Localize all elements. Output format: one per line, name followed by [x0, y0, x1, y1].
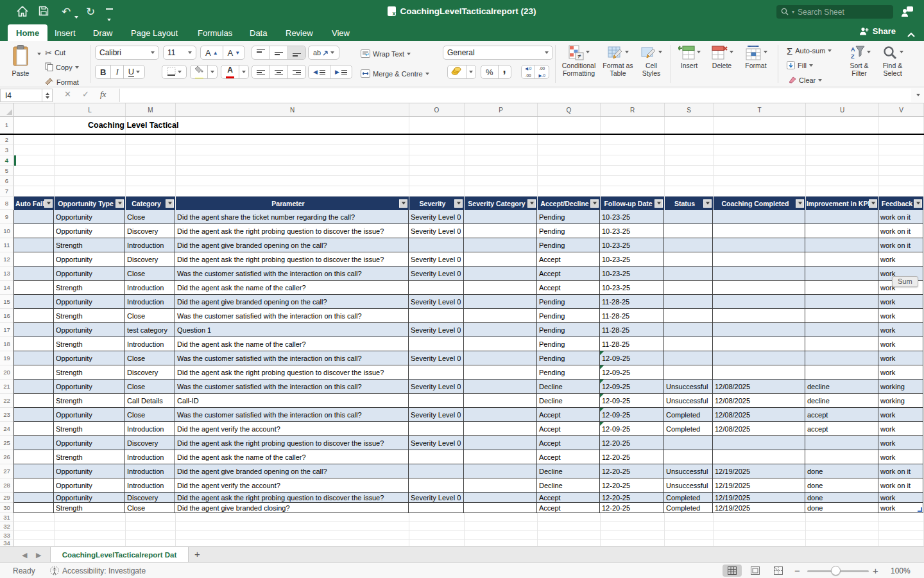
grid-cell[interactable]: done — [805, 493, 878, 503]
grid-cell[interactable] — [465, 145, 538, 155]
grid-cell[interactable]: Did the agent ask the right probing ques… — [175, 493, 409, 503]
grid-cell[interactable] — [126, 176, 176, 186]
grid-cell[interactable] — [465, 531, 538, 540]
active-sheet-tab[interactable]: CoachingLevelTacticalreport Dat — [50, 547, 189, 563]
grid-cell[interactable] — [13, 238, 54, 252]
grid-cell[interactable]: Did the agent ask the right probing ques… — [175, 436, 409, 450]
grid-cell[interactable] — [879, 117, 924, 134]
grid-cell[interactable] — [464, 450, 537, 464]
row-header-16[interactable]: 16 — [0, 309, 14, 323]
grid-cell[interactable]: Accept — [537, 493, 600, 503]
grid-cell[interactable] — [13, 478, 54, 493]
grid-cell[interactable] — [126, 155, 176, 166]
grid-cell[interactable] — [664, 309, 713, 323]
grid-cell[interactable] — [665, 540, 714, 547]
grid-cell[interactable] — [176, 186, 409, 197]
grid-cell[interactable] — [805, 252, 878, 267]
grid-cell[interactable] — [409, 464, 464, 478]
align-center-button[interactable] — [270, 66, 288, 78]
grid-cell[interactable]: Introduction — [125, 238, 175, 252]
grid-cell[interactable] — [664, 238, 713, 252]
grid-cell[interactable] — [465, 513, 538, 522]
grid-cell[interactable]: Did the agent give branded closing? — [175, 503, 409, 513]
table-header-cell[interactable]: Follow-up Date — [601, 197, 665, 210]
grid-cell[interactable] — [13, 252, 54, 267]
grid-cell[interactable]: Accept — [537, 281, 600, 295]
grid-cell[interactable] — [55, 135, 126, 145]
grid-cell[interactable]: Discovery — [125, 436, 175, 450]
grid-cell[interactable] — [805, 436, 878, 450]
grid-cell[interactable]: 12-09-25 — [600, 365, 664, 380]
grid-cell[interactable]: 12-09-25 — [600, 394, 664, 408]
grid-cell[interactable]: work — [878, 337, 923, 351]
grid-cell[interactable]: Strength — [54, 238, 125, 252]
grid-cell[interactable] — [14, 117, 55, 134]
grid-cell[interactable]: Severity Level 0 — [409, 436, 464, 450]
share-button[interactable]: Share — [859, 26, 896, 36]
decrease-decimal-button[interactable]: .00▶.0 — [535, 66, 548, 78]
grid-cell[interactable] — [665, 513, 714, 522]
grid-cell[interactable] — [55, 531, 126, 540]
grid-cell[interactable]: Introduction — [125, 464, 175, 478]
grid-cell[interactable] — [601, 522, 665, 531]
grid-cell[interactable]: Accept — [537, 436, 600, 450]
grid-cell[interactable] — [409, 422, 464, 436]
tab-insert[interactable]: Insert — [46, 24, 84, 41]
row-header-31[interactable]: 31 — [0, 513, 14, 522]
grid-cell[interactable] — [409, 450, 464, 464]
grid-cell[interactable]: work — [878, 408, 923, 422]
grid-cell[interactable]: Opportunity — [54, 436, 125, 450]
grid-cell[interactable] — [465, 522, 538, 531]
grid-cell[interactable]: 10-23-25 — [600, 224, 664, 238]
grid-cell[interactable]: Opportunity — [54, 464, 125, 478]
grid-cell[interactable]: done — [805, 464, 878, 478]
grid-cell[interactable]: Close — [125, 309, 175, 323]
grid-cell[interactable]: Accept — [537, 422, 600, 436]
grid-cell[interactable]: Severity Level 0 — [409, 224, 464, 238]
grid-cell[interactable]: accept — [805, 408, 878, 422]
grid-cell[interactable]: Pending — [537, 224, 600, 238]
grid-cell[interactable] — [55, 513, 126, 522]
grid-cell[interactable]: Was the customer satisfied with the inte… — [175, 351, 409, 365]
fill-button[interactable]: Fill — [787, 59, 813, 72]
grid-cell[interactable] — [14, 176, 55, 186]
grid-cell[interactable]: Did the agent give branded opening on th… — [175, 464, 409, 478]
grid-cell[interactable] — [665, 135, 714, 145]
grid-cell[interactable] — [55, 155, 126, 166]
confirm-entry-icon[interactable]: ✓ — [82, 89, 89, 99]
increase-indent-button[interactable]: ▶ — [330, 66, 352, 78]
prev-sheet-icon[interactable]: ◀ — [22, 551, 27, 559]
row-header-15[interactable]: 15 — [0, 295, 14, 309]
row-header-2[interactable]: 2 — [0, 135, 14, 145]
grid-cell[interactable] — [714, 513, 806, 522]
grid-cell[interactable]: 12/19/2025 — [713, 493, 805, 503]
grid-cell[interactable] — [664, 252, 713, 267]
row-header-26[interactable]: 26 — [0, 450, 14, 464]
grid-cell[interactable] — [538, 540, 601, 547]
grid-cell[interactable] — [465, 117, 538, 134]
grid-cell[interactable] — [713, 309, 805, 323]
grid-cell[interactable]: work — [878, 323, 923, 337]
grid-cell[interactable] — [665, 531, 714, 540]
grid-cell[interactable] — [464, 394, 537, 408]
grid-cell[interactable] — [13, 337, 54, 351]
grid-cell[interactable] — [713, 224, 805, 238]
grid-cell[interactable] — [806, 540, 879, 547]
name-box[interactable]: I4 — [0, 89, 42, 102]
grid-cell[interactable]: Pending — [537, 210, 600, 224]
grid-cell[interactable]: Close — [125, 210, 175, 224]
row-header-20[interactable]: 20 — [0, 365, 14, 380]
next-sheet-icon[interactable]: ▶ — [36, 551, 41, 559]
grid-cell[interactable]: 12-20-25 — [600, 503, 664, 513]
grid-cell[interactable]: work — [878, 436, 923, 450]
grid-cell[interactable]: work on it — [878, 224, 923, 238]
grid-cell[interactable] — [805, 210, 878, 224]
grid-cell[interactable] — [806, 531, 879, 540]
grid-cell[interactable] — [464, 267, 537, 281]
grid-cell[interactable]: Did the agent ask the name of the caller… — [175, 281, 409, 295]
grid-cell[interactable] — [14, 513, 55, 522]
grid-cell[interactable] — [664, 295, 713, 309]
grid-cell[interactable] — [664, 224, 713, 238]
grid-cell[interactable] — [805, 238, 878, 252]
grid-cell[interactable]: Unsuccessful — [664, 380, 713, 394]
